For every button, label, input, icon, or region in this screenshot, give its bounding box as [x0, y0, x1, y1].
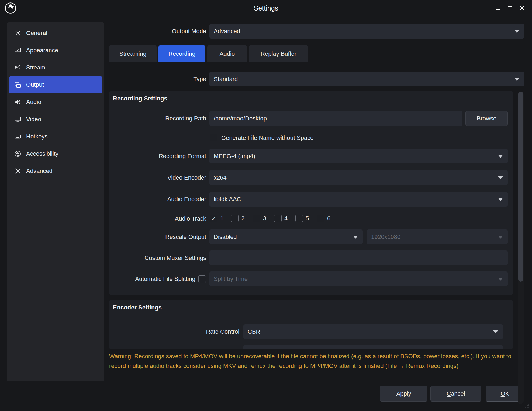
- rate-control-select[interactable]: CBR: [243, 324, 503, 339]
- accessibility-icon: [14, 150, 21, 157]
- type-select[interactable]: Standard: [209, 72, 524, 86]
- recording-format-value: MPEG-4 (.mp4): [214, 153, 255, 160]
- rate-control-label: Rate Control: [109, 324, 239, 339]
- recording-format-select[interactable]: MPEG-4 (.mp4): [209, 149, 508, 163]
- auto-file-splitting-label: Automatic File Splitting: [109, 271, 195, 286]
- bitrate-select-clipped[interactable]: [243, 345, 503, 349]
- broadcast-icon: [14, 64, 21, 71]
- tab-recording[interactable]: Recording: [158, 45, 205, 62]
- maximize-icon: [508, 6, 512, 10]
- generate-no-space-label: Generate File Name without Space: [221, 130, 313, 145]
- resize-grip-icon: [524, 403, 530, 408]
- tab-streaming[interactable]: Streaming: [109, 45, 157, 62]
- sidebar-item-video[interactable]: Video: [9, 111, 102, 128]
- titlebar: Settings: [0, 0, 532, 16]
- browse-button-label: Browse: [477, 115, 496, 122]
- audio-track-4-checkbox[interactable]: ✓: [274, 215, 282, 222]
- audio-track-6-checkbox[interactable]: ✓: [317, 215, 324, 222]
- settings-window: Settings General Appearance: [0, 0, 532, 411]
- rate-control-value: CBR: [248, 328, 260, 335]
- audio-track-3-checkbox[interactable]: ✓: [253, 215, 260, 222]
- rescale-resolution-value: 1920x1080: [371, 234, 400, 241]
- sidebar-item-label: Advanced: [26, 168, 53, 175]
- cancel-button-label: Cancel: [447, 390, 465, 397]
- window-title: Settings: [0, 0, 532, 16]
- recording-path-input[interactable]: [209, 111, 462, 126]
- sidebar-item-output[interactable]: Output: [9, 76, 102, 93]
- rescale-output-value: Disabled: [214, 234, 237, 241]
- minimize-button[interactable]: [493, 4, 503, 13]
- sidebar-item-hotkeys[interactable]: Hotkeys: [9, 128, 102, 145]
- cancel-button[interactable]: Cancel: [430, 386, 481, 402]
- audio-track-1-checkbox[interactable]: ✓: [210, 215, 217, 222]
- display-icon: [14, 116, 21, 123]
- recording-path-label: Recording Path: [109, 111, 206, 126]
- maximize-button[interactable]: [505, 4, 515, 13]
- rescale-resolution-select: 1920x1080: [367, 229, 508, 244]
- chevron-down-icon: [498, 236, 503, 239]
- audio-track-3-label: 3: [263, 215, 266, 222]
- speaker-icon: [14, 99, 21, 106]
- tab-label: Replay Buffer: [261, 50, 296, 57]
- browse-button[interactable]: Browse: [465, 111, 508, 126]
- tab-label: Recording: [168, 50, 195, 57]
- close-button[interactable]: [517, 4, 527, 13]
- close-icon: [520, 6, 524, 11]
- video-encoder-value: x264: [214, 174, 227, 181]
- ok-button-label: OK: [501, 390, 509, 397]
- file-splitting-value: Split by Time: [214, 276, 248, 283]
- scrollbar-thumb[interactable]: [518, 92, 523, 282]
- sidebar-item-label: Accessibility: [26, 150, 58, 157]
- sidebar-item-label: General: [26, 30, 47, 37]
- check-icon: ✓: [211, 216, 216, 221]
- sidebar-item-label: Output: [26, 81, 44, 88]
- appearance-icon: [14, 47, 21, 54]
- tools-icon: [14, 168, 21, 175]
- scrollbar-track[interactable]: [518, 92, 524, 404]
- apply-button[interactable]: Apply: [380, 386, 427, 402]
- chevron-down-icon: [498, 155, 503, 158]
- sidebar-item-label: Stream: [26, 64, 45, 71]
- chevron-down-icon: [498, 278, 503, 281]
- sidebar-item-label: Hotkeys: [26, 133, 47, 140]
- sidebar-item-general[interactable]: General: [9, 25, 102, 42]
- encoder-settings-title: Encoder Settings: [113, 304, 162, 311]
- audio-track-label: Audio Track: [109, 211, 206, 226]
- recording-settings-panel: Recording Settings Recording Path Browse…: [109, 91, 513, 295]
- audio-encoder-select[interactable]: libfdk AAC: [209, 192, 508, 207]
- minimize-icon: [496, 9, 500, 10]
- rescale-output-select[interactable]: Disabled: [209, 229, 363, 244]
- resize-grip[interactable]: [524, 403, 530, 409]
- chevron-down-icon: [498, 176, 503, 179]
- sidebar-item-appearance[interactable]: Appearance: [9, 42, 102, 59]
- custom-muxer-input[interactable]: [209, 250, 508, 265]
- chevron-down-icon: [498, 198, 503, 201]
- video-encoder-select[interactable]: x264: [209, 170, 508, 185]
- generate-no-space-checkbox[interactable]: ✓: [210, 134, 217, 141]
- audio-track-2-label: 2: [241, 215, 244, 222]
- apply-button-label: Apply: [396, 390, 411, 397]
- recording-settings-title: Recording Settings: [113, 95, 167, 102]
- audio-encoder-label: Audio Encoder: [109, 192, 206, 207]
- output-mode-select[interactable]: Advanced: [209, 24, 524, 39]
- sidebar-item-stream[interactable]: Stream: [9, 59, 102, 76]
- audio-track-5-label: 5: [306, 215, 309, 222]
- tab-replay-buffer[interactable]: Replay Buffer: [249, 45, 308, 62]
- gear-icon: [14, 30, 21, 37]
- type-label: Type: [109, 72, 206, 86]
- output-icon: [14, 81, 21, 88]
- settings-sidebar: General Appearance Stream Output Audio: [7, 22, 104, 381]
- audio-track-2-checkbox[interactable]: ✓: [231, 215, 239, 222]
- sidebar-item-audio[interactable]: Audio: [9, 93, 102, 111]
- audio-track-4-label: 4: [284, 215, 288, 222]
- keyboard-icon: [14, 133, 21, 140]
- audio-track-5-checkbox[interactable]: ✓: [295, 215, 303, 222]
- sidebar-item-advanced[interactable]: Advanced: [9, 162, 102, 180]
- encoder-settings-panel: Encoder Settings Rate Control CBR: [109, 300, 513, 349]
- mp4-warning-text: Warning: Recordings saved to MP4/MOV wil…: [109, 351, 513, 371]
- audio-track-6-label: 6: [327, 215, 330, 222]
- tab-audio[interactable]: Audio: [207, 45, 247, 62]
- auto-file-splitting-checkbox[interactable]: ✓: [198, 275, 206, 283]
- sidebar-item-accessibility[interactable]: Accessibility: [9, 145, 102, 162]
- output-mode-label: Output Mode: [109, 24, 206, 39]
